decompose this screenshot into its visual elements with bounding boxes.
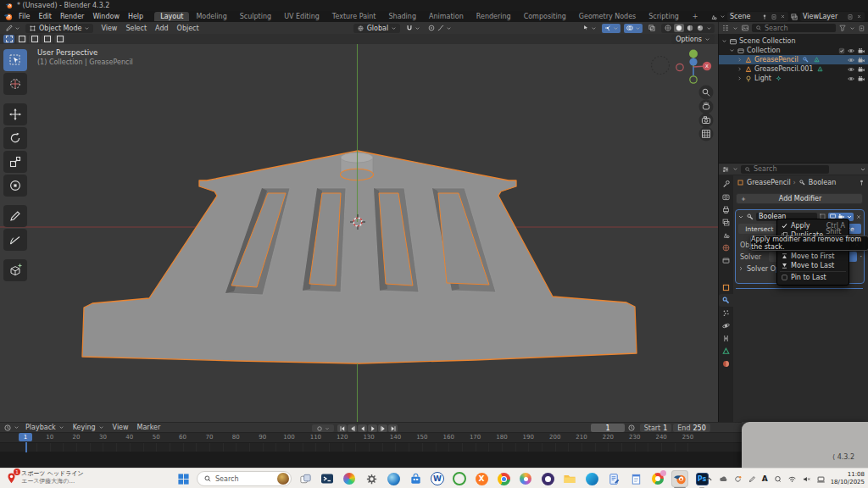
scene-icon[interactable] — [709, 13, 718, 21]
outliner-row-light[interactable]: Light — [719, 74, 868, 83]
camera-toggle-icon[interactable] — [857, 56, 865, 64]
gizmos-toggle[interactable] — [602, 24, 620, 33]
timeline-editor-icon[interactable] — [3, 424, 12, 432]
properties-search-input[interactable]: Search — [741, 165, 829, 174]
new-scene-icon[interactable] — [771, 14, 777, 20]
menu-item-pin-to-last[interactable]: Pin to Last — [777, 273, 849, 282]
taskbar-clock[interactable]: 11:08 18/10/2025 — [831, 471, 865, 486]
filter-icon[interactable] — [838, 24, 847, 32]
new-collection-icon[interactable] — [858, 25, 865, 32]
properties-tab-tool[interactable] — [719, 178, 733, 191]
eye-toggle-icon[interactable] — [847, 65, 855, 74]
tray-ime-a-icon[interactable]: A — [762, 474, 768, 483]
material-shading-icon[interactable] — [686, 24, 694, 32]
viewlayer-icon[interactable] — [790, 13, 798, 21]
properties-tab-physics[interactable] — [719, 319, 733, 332]
outliner-search-input[interactable]: Search — [752, 24, 836, 32]
taskbar-app-blender[interactable] — [671, 470, 688, 487]
expand-icon[interactable] — [737, 75, 743, 81]
end-frame-field[interactable]: End250 — [673, 424, 710, 432]
menu-window[interactable]: Window — [88, 13, 124, 20]
options-button[interactable]: Options — [671, 35, 715, 44]
tray-pen-icon[interactable] — [748, 474, 757, 484]
tray-chevron-up-icon[interactable] — [704, 474, 714, 484]
workspace-tab-modeling[interactable]: Modeling — [190, 12, 232, 21]
workspace-tab-scripting[interactable]: Scripting — [643, 12, 685, 21]
select-mode-extend[interactable] — [16, 35, 27, 43]
solid-shading-icon[interactable] — [674, 24, 684, 32]
play-rev-button[interactable] — [358, 424, 367, 432]
timeline-menu-marker[interactable]: Marker — [133, 424, 165, 431]
3d-viewport[interactable]: X User Perspective (1) Collection | Grea… — [0, 44, 718, 422]
viewport-menu-select[interactable]: Select — [121, 25, 151, 32]
eye-toggle-icon[interactable] — [847, 47, 855, 55]
timeline-ruler[interactable]: 1 10203040506070809010011012013014015016… — [0, 433, 742, 442]
tool-transform[interactable] — [3, 175, 27, 197]
taskbar-app-xampp[interactable]: X — [473, 470, 490, 487]
mode-dropdown[interactable]: Object Mode — [25, 24, 93, 33]
viewport-menu-view[interactable]: View — [97, 25, 121, 32]
tool-annotate[interactable] — [3, 205, 27, 227]
window-titlebar[interactable]: * (Unsaved) - Blender 4.3.2 — [0, 0, 868, 11]
select-mode-invert[interactable] — [42, 35, 53, 43]
start-frame-field[interactable]: Start1 — [640, 424, 671, 432]
prev-key-button[interactable] — [348, 424, 357, 432]
chevron-down-icon[interactable] — [14, 424, 19, 430]
properties-tab-modifier[interactable] — [719, 294, 733, 307]
taskbar-app-gear[interactable] — [363, 470, 380, 487]
properties-tab-collection[interactable] — [719, 254, 733, 267]
tool-move[interactable] — [3, 103, 27, 125]
workspace-tab-sculpting[interactable]: Sculpting — [234, 12, 277, 21]
timeline-menu-keying[interactable]: Keying — [69, 424, 108, 431]
tray-laptop-icon[interactable] — [816, 474, 826, 484]
current-frame-field[interactable]: 1 — [591, 424, 625, 432]
properties-tab-particles[interactable] — [719, 307, 733, 319]
taskbar-app-store[interactable] — [407, 470, 424, 487]
rendered-shading-icon[interactable] — [696, 24, 704, 32]
new-layer-icon[interactable] — [847, 14, 854, 20]
tool-scale[interactable] — [3, 151, 27, 173]
workspace-tab-compositing[interactable]: Compositing — [518, 12, 572, 21]
chevron-down-icon[interactable] — [860, 166, 866, 173]
workspace-tab-rendering[interactable]: Rendering — [470, 12, 517, 21]
jump-first-button[interactable] — [337, 424, 347, 432]
properties-tab-scene[interactable] — [719, 229, 733, 241]
taskbar-app-edge[interactable] — [583, 470, 600, 487]
collapse-icon[interactable] — [729, 47, 735, 53]
panel-expand-icon[interactable] — [737, 214, 744, 220]
close-icon[interactable] — [780, 14, 786, 19]
breadcrumb-object[interactable]: GreasePencil — [747, 179, 791, 186]
blender-menu-icon[interactable] — [3, 12, 13, 21]
tray-status-circle-icon[interactable] — [773, 474, 782, 484]
properties-editor-icon[interactable] — [721, 165, 730, 174]
workspace-tab-layout[interactable]: Layout — [154, 12, 189, 21]
eye-toggle-icon[interactable] — [847, 56, 855, 64]
taskbar-app-chrome[interactable] — [495, 470, 512, 487]
checkbox-toggle-icon[interactable] — [838, 47, 845, 55]
timeline-menu-view[interactable]: View — [108, 424, 133, 431]
workspace-tab-animation[interactable]: Animation — [423, 12, 470, 21]
menu-edit[interactable]: Edit — [34, 13, 56, 20]
properties-tab-render[interactable] — [719, 191, 733, 203]
properties-tab-output[interactable] — [719, 203, 733, 216]
playhead[interactable]: 1 — [19, 433, 32, 441]
properties-tab-constraints[interactable] — [719, 332, 733, 345]
overlays-toggle[interactable] — [624, 24, 643, 33]
camera-toggle-icon[interactable] — [857, 47, 865, 55]
operation-intersect[interactable]: Intersect — [738, 224, 781, 234]
taskbar-app-folder[interactable] — [561, 470, 578, 487]
tray-cloud-icon[interactable] — [719, 474, 728, 484]
properties-tab-object[interactable] — [719, 281, 733, 294]
taskbar-app-greenring[interactable] — [451, 470, 468, 487]
breadcrumb-modifier[interactable]: Boolean — [809, 179, 836, 186]
menu-help[interactable]: Help — [124, 13, 147, 20]
scene-chevron-icon[interactable] — [720, 14, 726, 19]
viewport-menu-add[interactable]: Add — [151, 25, 173, 32]
proportional-edit-toggle[interactable] — [426, 24, 453, 33]
tray-sync-icon[interactable] — [733, 474, 743, 484]
tool-cursor[interactable] — [3, 73, 27, 95]
properties-tab-view-layer[interactable] — [719, 216, 733, 229]
outliner-row-scene collection[interactable]: Scene Collection — [719, 36, 868, 46]
workspace-tab-texture-paint[interactable]: Texture Paint — [326, 12, 382, 21]
taskbar-app-taskview[interactable] — [297, 470, 314, 487]
